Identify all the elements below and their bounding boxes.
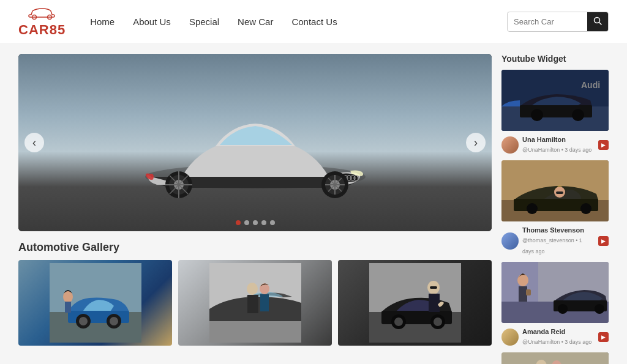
- svg-point-42: [394, 318, 403, 326]
- nav-home[interactable]: Home: [90, 17, 115, 27]
- yt-username-1: Una Hamilton: [522, 136, 595, 143]
- yt-username-2: Thomas Stevenson: [522, 226, 595, 234]
- dot-5[interactable]: [270, 220, 275, 225]
- yt-user-info-1: Una Hamilton @UnaHamilton • 3 days ago: [522, 136, 595, 154]
- yt-video-4[interactable]: [501, 352, 609, 364]
- dot-3[interactable]: [253, 220, 258, 225]
- main-nav: Home About Us Special New Car Contact Us: [90, 17, 507, 27]
- svg-rect-68: [519, 286, 527, 302]
- gallery-item-3[interactable]: [338, 260, 492, 346]
- svg-point-27: [79, 317, 88, 325]
- yt-video-1[interactable]: Audi: [501, 70, 609, 131]
- svg-point-65: [558, 304, 568, 314]
- yt-video-3[interactable]: [501, 262, 609, 323]
- slider-next-button[interactable]: ›: [466, 133, 486, 152]
- yt-user-row-1: Una Hamilton @UnaHamilton • 3 days ago ▶: [501, 136, 609, 154]
- yt-subscribe-2[interactable]: ▶: [598, 236, 609, 246]
- svg-point-59: [527, 203, 538, 214]
- svg-point-29: [110, 317, 118, 325]
- svg-rect-47: [430, 286, 437, 289]
- gallery-title: Automotive Gallery: [18, 241, 492, 254]
- yt-avatar-2: [501, 232, 519, 250]
- svg-point-36: [260, 283, 269, 294]
- nav-about[interactable]: About Us: [133, 17, 171, 27]
- nav-newcar[interactable]: New Car: [238, 17, 273, 27]
- nav-contact[interactable]: Contact Us: [291, 17, 337, 27]
- svg-rect-35: [247, 295, 258, 313]
- nav-special[interactable]: Special: [189, 17, 219, 27]
- svg-point-67: [517, 274, 528, 286]
- slider-dots: [236, 220, 275, 225]
- yt-thumb-4-svg: [501, 352, 609, 364]
- dot-1[interactable]: [236, 220, 241, 225]
- yt-user-row-3: Amanda Reid @UnaHamilton • 3 days ago ▶: [501, 328, 609, 346]
- gallery-item-3-inner: [338, 260, 492, 346]
- svg-rect-46: [429, 294, 440, 312]
- gallery-car-3-svg: [369, 263, 461, 343]
- yt-handle-2: @thomas_stevenson • 1 days ago: [522, 237, 582, 254]
- svg-point-51: [531, 109, 543, 121]
- yt-handle-3: @UnaHamilton • 3 days ago: [522, 339, 591, 345]
- dot-4[interactable]: [261, 220, 266, 225]
- svg-point-44: [434, 318, 442, 326]
- yt-user-info-2: Thomas Stevenson @thomas_stevenson • 1 d…: [522, 226, 595, 256]
- logo[interactable]: CAR85: [18, 6, 66, 38]
- svg-text:Audi: Audi: [581, 80, 600, 90]
- svg-point-60: [580, 203, 591, 214]
- svg-rect-37: [260, 294, 269, 311]
- logo-text: CAR85: [18, 22, 66, 38]
- yt-handle-1: @UnaHamilton • 3 days ago: [522, 147, 591, 153]
- logo-car: CAR: [18, 22, 50, 37]
- svg-rect-69: [526, 289, 531, 295]
- left-content: ‹ › Automotive Gallery: [18, 54, 492, 364]
- search-wrap: [507, 12, 609, 32]
- svg-point-52: [572, 109, 584, 121]
- slider-car: [108, 88, 402, 213]
- car-illustration: [108, 88, 402, 210]
- yt-avatar-3: [501, 329, 519, 346]
- gallery-item-2[interactable]: [178, 260, 332, 346]
- gallery-item-1[interactable]: [18, 260, 172, 346]
- header: CAR85 Home About Us Special New Car Cont…: [0, 0, 627, 44]
- main-content: ‹ › Automotive Gallery: [0, 44, 627, 364]
- slider-scene: [18, 54, 492, 231]
- yt-user-info-3: Amanda Reid @UnaHamilton • 3 days ago: [522, 328, 595, 346]
- search-button[interactable]: [587, 12, 608, 31]
- yt-thumb-1-svg: Audi: [501, 70, 609, 131]
- search-icon: [593, 17, 602, 25]
- yt-subscribe-1[interactable]: ▶: [598, 140, 609, 150]
- yt-subscribe-3[interactable]: ▶: [598, 332, 609, 342]
- gallery-car-1-svg: [50, 263, 141, 343]
- yt-user-row-2: Thomas Stevenson @thomas_stevenson • 1 d…: [501, 226, 609, 256]
- svg-line-3: [599, 23, 602, 25]
- yt-avatar-1: [501, 136, 519, 154]
- yt-video-2[interactable]: [501, 160, 609, 221]
- svg-point-66: [595, 304, 604, 314]
- search-input[interactable]: [508, 13, 587, 30]
- yt-thumb-2-svg: [501, 160, 609, 221]
- dot-2[interactable]: [244, 220, 249, 225]
- gallery-item-1-inner: [18, 260, 172, 346]
- gallery-car-2-svg: [209, 263, 301, 343]
- yt-username-3: Amanda Reid: [522, 328, 595, 335]
- slider-prev-button[interactable]: ‹: [24, 133, 44, 152]
- gallery-item-2-inner: [178, 260, 332, 346]
- svg-rect-58: [556, 191, 563, 194]
- youtube-widget-title: Youtube Widget: [501, 54, 609, 64]
- yt-thumb-3-svg: [501, 262, 609, 323]
- svg-rect-31: [65, 302, 71, 313]
- logo-number: 85: [50, 22, 66, 37]
- right-sidebar: Youtube Widget Audi U: [501, 54, 609, 364]
- logo-car-icon: [25, 6, 59, 22]
- gallery-grid: [18, 260, 492, 346]
- hero-slider: ‹ ›: [18, 54, 492, 231]
- svg-point-34: [247, 283, 258, 295]
